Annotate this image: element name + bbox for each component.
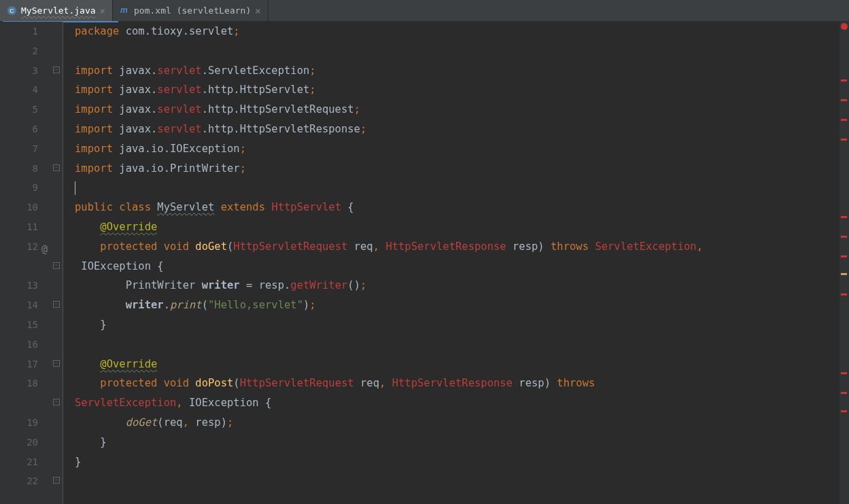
line-number: 10 bbox=[0, 198, 42, 217]
line-number: 22 bbox=[0, 471, 42, 491]
error-marker[interactable] bbox=[841, 139, 847, 141]
line-number: 16 bbox=[0, 335, 42, 355]
error-marker[interactable] bbox=[841, 372, 847, 374]
line-number: 21 bbox=[0, 452, 42, 472]
svg-text:C: C bbox=[10, 7, 14, 14]
warning-marker[interactable] bbox=[841, 273, 847, 275]
tab-myservlet[interactable]: C MyServlet.java × bbox=[0, 0, 113, 21]
fold-icon[interactable]: − bbox=[53, 67, 60, 73]
error-indicator-icon[interactable] bbox=[841, 23, 848, 30]
fold-icon[interactable]: − bbox=[53, 262, 60, 269]
line-number: 20 bbox=[0, 433, 42, 452]
line-number: 12 bbox=[0, 237, 42, 257]
editor: 12345678910111213141516171819202122 @−−−… bbox=[0, 22, 849, 504]
tab-label: MyServlet.java bbox=[21, 5, 96, 16]
editor-tabs: C MyServlet.java × m pom.xml (servletLea… bbox=[0, 0, 849, 22]
close-icon[interactable]: × bbox=[255, 6, 260, 16]
error-marker[interactable] bbox=[841, 79, 847, 82]
error-marker[interactable] bbox=[841, 236, 847, 238]
line-number: 19 bbox=[0, 413, 42, 433]
fold-icon[interactable]: − bbox=[53, 360, 60, 367]
line-number: 3 bbox=[0, 61, 42, 81]
line-number bbox=[0, 393, 42, 413]
line-number: 15 bbox=[0, 315, 42, 335]
tab-label: pom.xml (servletLearn) bbox=[134, 5, 251, 16]
error-marker[interactable] bbox=[841, 410, 847, 412]
error-marker[interactable] bbox=[841, 119, 847, 121]
error-marker[interactable] bbox=[841, 293, 847, 295]
marker-strip[interactable] bbox=[839, 22, 849, 504]
line-number: 18 bbox=[0, 374, 42, 393]
line-number: 13 bbox=[0, 276, 42, 295]
gutter-separator bbox=[63, 22, 63, 504]
line-number: 7 bbox=[0, 139, 42, 159]
line-number: 14 bbox=[0, 295, 42, 315]
line-number: 11 bbox=[0, 217, 42, 237]
line-number: 1 bbox=[0, 22, 42, 41]
error-marker[interactable] bbox=[841, 216, 847, 218]
fold-icon[interactable]: − bbox=[53, 301, 60, 308]
class-icon: C bbox=[7, 5, 17, 16]
error-marker[interactable] bbox=[841, 392, 847, 394]
line-number: 4 bbox=[0, 80, 42, 100]
svg-text:m: m bbox=[120, 5, 128, 15]
maven-icon: m bbox=[120, 5, 130, 16]
line-number: 9 bbox=[0, 178, 42, 198]
error-marker[interactable] bbox=[841, 99, 847, 101]
gutter[interactable]: 12345678910111213141516171819202122 @−−−… bbox=[0, 22, 63, 504]
tab-pom[interactable]: m pom.xml (servletLearn) × bbox=[113, 0, 268, 21]
close-icon[interactable]: × bbox=[100, 6, 105, 16]
fold-icon[interactable]: − bbox=[53, 477, 60, 484]
override-gutter-icon[interactable]: @ bbox=[41, 240, 48, 259]
line-number bbox=[0, 257, 42, 276]
line-number: 17 bbox=[0, 355, 42, 374]
line-number: 6 bbox=[0, 120, 42, 139]
code-area[interactable]: package com.tioxy.servlet; import javax.… bbox=[63, 22, 849, 504]
line-number: 2 bbox=[0, 41, 42, 61]
line-number: 5 bbox=[0, 100, 42, 120]
line-number: 8 bbox=[0, 159, 42, 179]
error-marker[interactable] bbox=[841, 255, 847, 257]
fold-icon[interactable]: − bbox=[53, 399, 60, 406]
fold-icon[interactable]: − bbox=[53, 164, 60, 171]
code[interactable]: package com.tioxy.servlet; import javax.… bbox=[75, 22, 849, 471]
